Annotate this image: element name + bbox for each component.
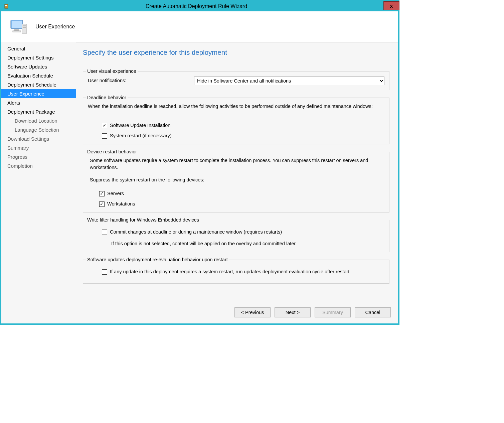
- deadline-intro: When the installation deadline is reache…: [88, 103, 384, 110]
- label-workstations: Workstations: [107, 200, 135, 207]
- group-deadline-behavior: Deadline behavior When the installation …: [83, 95, 389, 144]
- label-commit-changes: Commit changes at deadline or during a m…: [110, 229, 282, 236]
- svg-rect-6: [13, 31, 21, 32]
- close-button[interactable]: x: [383, 1, 399, 10]
- sidebar-item-language-selection[interactable]: Language Selection: [1, 125, 76, 134]
- sidebar-item-deployment-schedule[interactable]: Deployment Schedule: [1, 80, 76, 89]
- svg-rect-2: [5, 6, 7, 6]
- group-write-filter: Write filter handling for Windows Embedd…: [83, 217, 389, 252]
- sidebar-item-deployment-package[interactable]: Deployment Package: [1, 107, 76, 116]
- checkbox-reeval[interactable]: [102, 269, 107, 275]
- sidebar-item-deployment-settings[interactable]: Deployment Settings: [1, 53, 76, 62]
- label-reeval: If any update in this deployment require…: [110, 268, 349, 275]
- monitor-icon: [9, 17, 28, 36]
- group-user-visual-experience: User visual experience User notification…: [83, 68, 389, 90]
- legend-deadline: Deadline behavior: [86, 95, 128, 100]
- write-filter-hint: If this option is not selected, content …: [111, 240, 384, 247]
- sidebar-item-summary[interactable]: Summary: [1, 143, 76, 152]
- body: General Deployment Settings Software Upd…: [1, 42, 398, 323]
- checkbox-workstations[interactable]: [99, 201, 105, 207]
- group-reevaluation: Software updates deployment re-evaluatio…: [83, 257, 389, 284]
- device-restart-intro: Some software updates require a system r…: [90, 157, 384, 171]
- sidebar-item-progress[interactable]: Progress: [1, 152, 76, 161]
- sidebar-item-software-updates[interactable]: Software Updates: [1, 62, 76, 71]
- svg-rect-8: [23, 25, 26, 26]
- checkbox-servers[interactable]: [99, 191, 105, 196]
- next-button[interactable]: Next >: [275, 307, 311, 317]
- sidebar-item-download-location[interactable]: Download Location: [1, 116, 76, 125]
- wizard-footer: < Previous Next > Summary Cancel: [76, 302, 398, 323]
- svg-rect-1: [5, 5, 7, 6]
- user-notifications-select[interactable]: Hide in Software Center and all notifica…: [194, 77, 384, 85]
- checkbox-commit-changes[interactable]: [102, 230, 107, 235]
- legend-visual: User visual experience: [86, 68, 138, 74]
- suppress-label: Suppress the system restart on the follo…: [90, 176, 384, 183]
- titlebar: Create Automatic Deployment Rule Wizard …: [1, 1, 398, 11]
- user-notifications-label: User notifications:: [88, 77, 192, 84]
- window-frame: Create Automatic Deployment Rule Wizard …: [0, 0, 399, 325]
- wizard-sidebar: General Deployment Settings Software Upd…: [1, 42, 76, 323]
- sidebar-item-alerts[interactable]: Alerts: [1, 98, 76, 107]
- content-pane: Specify the user experience for this dep…: [76, 42, 398, 302]
- checkbox-software-update-installation[interactable]: [102, 123, 107, 128]
- svg-rect-5: [14, 29, 19, 31]
- sidebar-item-completion[interactable]: Completion: [1, 161, 76, 170]
- previous-button[interactable]: < Previous: [234, 307, 271, 317]
- legend-write-filter: Write filter handling for Windows Embedd…: [86, 217, 200, 223]
- label-software-update-installation: Software Update Installation: [110, 122, 170, 129]
- sidebar-item-user-experience[interactable]: User Experience: [1, 89, 76, 98]
- label-system-restart: System restart (if necessary): [110, 132, 172, 139]
- wizard-icon: [4, 4, 9, 9]
- svg-rect-9: [23, 27, 26, 28]
- legend-reeval: Software updates deployment re-evaluatio…: [86, 257, 229, 262]
- window-title: Create Automatic Deployment Rule Wizard: [9, 3, 383, 9]
- page-header: User Experience: [1, 11, 398, 42]
- page-title: User Experience: [35, 24, 75, 30]
- group-device-restart-behavior: Device restart behavior Some software up…: [83, 149, 389, 213]
- summary-button: Summary: [315, 307, 351, 317]
- sidebar-item-evaluation-schedule[interactable]: Evaluation Schedule: [1, 71, 76, 80]
- content-heading: Specify the user experience for this dep…: [83, 48, 389, 56]
- sidebar-item-general[interactable]: General: [1, 44, 76, 53]
- svg-rect-4: [12, 21, 22, 28]
- sidebar-item-download-settings[interactable]: Download Settings: [1, 134, 76, 143]
- close-icon: x: [390, 3, 393, 9]
- cancel-button[interactable]: Cancel: [355, 307, 391, 317]
- legend-device-restart: Device restart behavior: [86, 149, 138, 154]
- label-servers: Servers: [107, 190, 124, 197]
- checkbox-system-restart[interactable]: [102, 133, 107, 139]
